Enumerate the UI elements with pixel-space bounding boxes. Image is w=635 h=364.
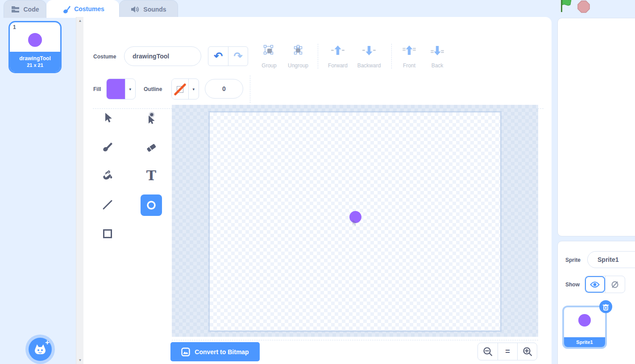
convert-to-bitmap-label: Convert to Bitmap <box>195 348 249 356</box>
group-button[interactable]: Group <box>257 45 282 69</box>
stage-area[interactable] <box>557 18 635 236</box>
forward-icon <box>330 45 346 56</box>
tool-rectangle[interactable] <box>97 223 118 244</box>
plus-icon: + <box>45 338 50 347</box>
costume-name-input[interactable] <box>124 46 201 66</box>
redo-button[interactable]: ↷ <box>228 47 248 66</box>
costume-list-item[interactable]: 1 drawingTool 21 x 21 <box>10 22 60 72</box>
show-toggle-group <box>585 276 625 293</box>
tool-fill[interactable] <box>97 165 118 186</box>
caret-down-icon: ▾ <box>125 79 135 99</box>
undo-redo-group: ↶ ↷ <box>208 46 248 66</box>
zoom-reset-button[interactable]: = <box>498 343 517 360</box>
add-costume-button[interactable]: + <box>25 335 55 364</box>
front-button[interactable]: Front <box>398 45 420 69</box>
trash-icon <box>602 303 609 310</box>
scroll-down-arrow[interactable]: ▼ <box>76 356 84 364</box>
canvas-footer-divider <box>172 340 538 340</box>
eraser-icon <box>145 141 157 153</box>
tool-select[interactable] <box>97 107 118 128</box>
fill-color-picker[interactable]: ▾ <box>106 79 136 99</box>
green-flag-icon[interactable] <box>560 0 572 12</box>
zoom-out-button[interactable] <box>478 343 498 360</box>
costume-index: 1 <box>13 24 16 30</box>
code-blocks-icon <box>11 6 20 13</box>
scratch-editor: Code Costumes Sounds 1 drawingTool 21 x … <box>0 0 635 364</box>
ungroup-button[interactable]: Ungroup <box>284 45 312 69</box>
scroll-up-arrow[interactable]: ▲ <box>76 17 84 25</box>
paint-bucket-icon <box>101 170 114 182</box>
fill-color-swatch <box>107 79 125 99</box>
costume-pane-scrollbar[interactable]: ▲ ▼ <box>76 17 83 364</box>
paint-canvas[interactable] <box>209 112 501 331</box>
undo-icon: ↶ <box>214 51 223 62</box>
backward-button[interactable]: Backward <box>353 45 385 69</box>
rectangle-tool-icon <box>102 228 113 240</box>
tab-code-label: Code <box>24 6 39 13</box>
toolbar-divider-2 <box>391 44 392 69</box>
group-label: Group <box>261 62 276 69</box>
group-icon <box>263 45 275 56</box>
tool-brush[interactable] <box>97 136 118 157</box>
tool-line[interactable] <box>97 194 118 215</box>
zoom-reset-icon: = <box>505 347 510 356</box>
outline-width-input[interactable] <box>205 79 243 99</box>
stop-sign-icon[interactable] <box>577 0 590 13</box>
undo-button[interactable]: ↶ <box>208 47 228 66</box>
sprite-list-item-selected[interactable]: Sprite1 <box>562 306 607 349</box>
costume-card-footer: drawingTool 21 x 21 <box>10 52 60 72</box>
sprite-pane: Sprite Show Sprite1 <box>557 241 635 364</box>
no-outline-slash-icon <box>174 83 186 95</box>
front-icon <box>401 45 417 56</box>
outline-color-picker[interactable]: ▾ <box>171 79 199 99</box>
circle-tool-icon <box>145 199 157 211</box>
front-label: Front <box>403 62 415 69</box>
brush-icon <box>102 141 113 153</box>
tool-circle-selected[interactable] <box>141 194 162 216</box>
costume-name: drawingTool <box>19 55 50 62</box>
bitmap-image-icon <box>181 347 190 356</box>
reshape-icon <box>145 112 158 124</box>
show-visible-button[interactable] <box>585 276 605 293</box>
sprite-card-name: Sprite1 <box>576 339 593 345</box>
tab-code[interactable]: Code <box>4 0 46 18</box>
zoom-in-button[interactable] <box>517 343 537 360</box>
costume-thumbnail-circle <box>28 33 42 47</box>
tab-costumes-label: Costumes <box>74 5 104 12</box>
add-costume-inner: + <box>29 338 52 361</box>
tab-sounds-label: Sounds <box>143 6 166 13</box>
tool-text[interactable]: T <box>141 165 162 186</box>
line-icon <box>102 199 113 211</box>
tab-costumes[interactable]: Costumes <box>46 0 119 18</box>
backward-label: Backward <box>357 62 381 69</box>
delete-sprite-button[interactable] <box>599 300 612 313</box>
caret-down-icon: ▾ <box>188 79 199 99</box>
zoom-in-icon <box>522 346 533 357</box>
select-arrow-icon <box>102 112 113 124</box>
sprite-name-input[interactable] <box>587 251 635 268</box>
paint-editor-panel: Costume ↶ ↷ Group <box>83 17 552 364</box>
redo-icon: ↷ <box>233 51 242 62</box>
back-label: Back <box>432 62 444 69</box>
zoom-out-icon <box>482 346 493 357</box>
outline-label: Outline <box>144 86 162 92</box>
tab-sounds[interactable]: Sounds <box>119 0 178 18</box>
outline-none-swatch <box>172 79 188 99</box>
back-icon <box>429 45 445 56</box>
show-label: Show <box>565 281 580 288</box>
back-button[interactable]: Back <box>426 45 448 69</box>
ungroup-icon <box>292 45 304 56</box>
show-hidden-button[interactable] <box>605 276 625 293</box>
tool-eraser[interactable] <box>141 136 162 157</box>
forward-button[interactable]: Forward <box>324 45 352 69</box>
eye-visible-icon <box>590 281 600 288</box>
text-tool-icon: T <box>146 169 156 182</box>
ungroup-label: Ungroup <box>288 62 308 69</box>
costume-size: 21 x 21 <box>27 62 43 68</box>
convert-to-bitmap-button[interactable]: Convert to Bitmap <box>170 342 260 361</box>
tool-reshape[interactable] <box>141 107 162 128</box>
backward-icon <box>361 45 377 56</box>
sprite-field-label: Sprite <box>565 257 581 263</box>
paint-canvas-area[interactable] <box>172 105 538 337</box>
sprite-card: Sprite1 <box>564 307 605 347</box>
